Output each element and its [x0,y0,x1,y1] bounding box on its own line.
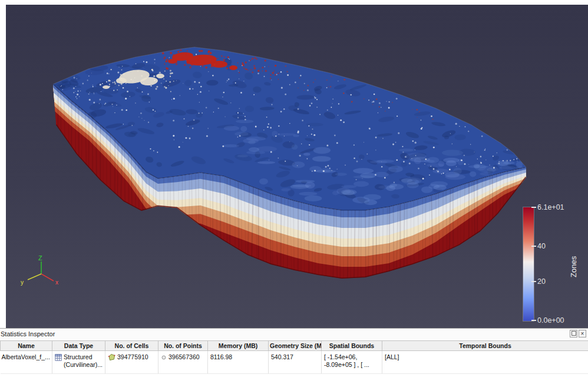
column-header-name[interactable]: Name [1,341,52,351]
temporal-bounds-value: [ALL] [385,353,399,360]
legend-tick-20: 20 [537,277,546,286]
statistics-table: Name Data Type No. of Cells No. of Point… [0,340,588,374]
table-row[interactable]: AlbertaVoxel_f_... [1,351,588,374]
column-header-points[interactable]: No. of Points [158,341,208,351]
point-icon [161,353,167,361]
cell-geometry-size: 540.317 [269,351,322,374]
axis-z-label: Z [38,254,42,261]
panel-title: Statistics Inspector [1,330,55,337]
memory-value: 8116.98 [210,353,232,360]
legend-tick-mark [531,281,536,282]
legend-tick-mark [531,207,536,208]
undock-panel-icon[interactable] [570,330,577,337]
orientation-axes: Z x y [18,254,68,290]
column-header-geometry[interactable]: Geometry Size (MB) [269,341,322,351]
legend-tick-max: 6.1e+01 [537,203,564,211]
cell-memory: 8116.98 [208,351,269,374]
render-view-3d[interactable]: Z x y 6.1e+01 40 20 0.0e+00 Zones [6,5,588,328]
num-cells-value: 394775910 [117,353,148,360]
structured-grid-icon [55,353,62,362]
legend-tick-40: 40 [537,242,546,250]
spatial-bounds-line2: -8.09e+05 ] , [ ... [324,361,379,369]
cell-num-cells: 394775910 [105,351,158,374]
legend-tick-mark [531,320,536,321]
close-panel-icon[interactable]: × [579,330,586,337]
legend-title: Zones [569,229,578,305]
color-legend-bar[interactable] [523,207,534,321]
column-header-cells[interactable]: No. of Cells [105,341,158,351]
cell-icon [108,353,115,361]
cell-data-type: Structured (Curvilinear)... [52,351,105,374]
cell-spatial-bounds: [ -1.54e+06, -8.09e+05 ] , [ ... [322,351,382,374]
column-header-temporal[interactable]: Temporal Bounds [382,341,588,351]
axis-x-label: x [55,279,58,286]
statistics-inspector-panel: Statistics Inspector × Name Data Type No… [0,328,588,384]
application-window: Z x y 6.1e+01 40 20 0.0e+00 Zones Statis… [0,0,588,384]
voxel-model-scene [6,5,588,328]
column-header-memory[interactable]: Memory (MB) [208,341,269,351]
legend-tick-min: 0.0e+00 [537,316,564,325]
axis-y-label: y [21,279,24,286]
num-points-value: 396567360 [169,353,200,360]
geometry-size-value: 540.317 [271,353,293,360]
cell-num-points: 396567360 [158,351,208,374]
cell-name: AlbertaVoxel_f_... [1,351,52,374]
legend-tick-mark [531,246,536,247]
dataset-name: AlbertaVoxel_f_... [2,353,50,360]
column-header-spatial[interactable]: Spatial Bounds [322,341,382,351]
cell-temporal-bounds: [ALL] [382,351,588,374]
panel-header: Statistics Inspector × [0,329,588,340]
column-header-data-type[interactable]: Data Type [52,341,105,351]
data-type-line2: (Curvilinear)... [64,361,103,369]
spatial-bounds-line1: [ -1.54e+06, [324,353,379,361]
data-type-line1: Structured [64,353,103,361]
